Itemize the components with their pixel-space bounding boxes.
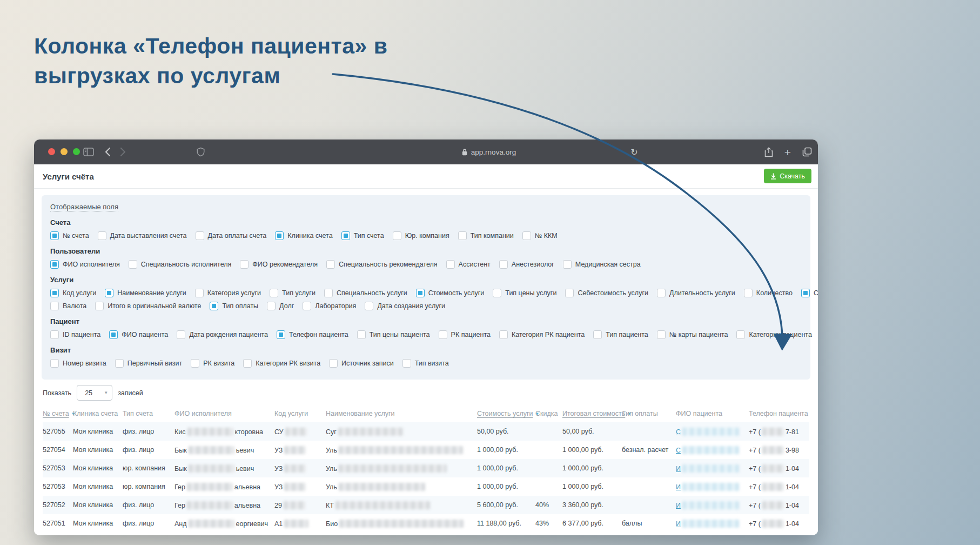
sidebar-toggle-icon[interactable]	[82, 139, 95, 164]
column-header[interactable]: № счета▼	[43, 410, 73, 417]
checkbox-icon[interactable]	[240, 260, 249, 269]
field-checkbox-item[interactable]: Специальность рекомендателя	[326, 260, 438, 269]
checkbox-icon[interactable]	[50, 302, 59, 310]
tab-overview-icon[interactable]	[802, 147, 812, 157]
field-checkbox-item[interactable]: ID пациента	[50, 330, 100, 339]
field-checkbox-item[interactable]: ФИО исполнителя	[50, 260, 120, 269]
field-checkbox-item[interactable]: Тип оплаты	[210, 302, 258, 310]
column-header-label[interactable]: Стоимость услуги	[477, 410, 533, 417]
field-checkbox-item[interactable]: Категории пациента	[736, 330, 811, 339]
checkbox-icon[interactable]	[98, 231, 106, 240]
address-bar[interactable]: app.rnova.org	[440, 139, 538, 164]
checkbox-icon[interactable]	[177, 330, 185, 339]
field-checkbox-item[interactable]: Специальность услуги	[324, 289, 407, 297]
checkbox-icon[interactable]	[129, 260, 137, 269]
patient-link[interactable]: И	[676, 520, 681, 528]
checkbox-icon[interactable]	[499, 330, 508, 339]
field-checkbox-item[interactable]: Итого в оригинальной валюте	[95, 302, 201, 310]
checkbox-icon[interactable]	[446, 260, 455, 269]
checkbox-icon[interactable]	[50, 231, 59, 240]
checkbox-icon[interactable]	[109, 330, 118, 339]
checkbox-icon[interactable]	[499, 260, 508, 269]
new-tab-icon[interactable]: +	[784, 147, 791, 158]
field-checkbox-item[interactable]: Стоимость услуги	[416, 289, 485, 297]
table-row[interactable]: 527054Моя клиникафиз. лицоБыкьевичУЗУль1…	[43, 441, 809, 459]
field-checkbox-item[interactable]: Тип пациента	[593, 330, 648, 339]
checkbox-icon[interactable]	[593, 330, 602, 339]
table-row[interactable]: 527052Моя клиникафиз. лицоГеральевна29КТ…	[43, 496, 809, 514]
checkbox-icon[interactable]	[458, 231, 467, 240]
privacy-shield-icon[interactable]	[194, 139, 207, 164]
field-checkbox-item[interactable]: Длительность услуги	[657, 289, 735, 297]
checkbox-icon[interactable]	[657, 330, 666, 339]
field-checkbox-item[interactable]: № ККМ	[522, 231, 558, 240]
field-checkbox-item[interactable]: Источник записи	[329, 359, 394, 368]
checkbox-icon[interactable]	[439, 330, 447, 339]
checkbox-icon[interactable]	[277, 330, 285, 339]
field-checkbox-item[interactable]: Медицинская сестра	[563, 260, 641, 269]
field-checkbox-item[interactable]: Тип компании	[458, 231, 514, 240]
checkbox-icon[interactable]	[50, 260, 59, 269]
close-window-button[interactable]	[48, 148, 55, 155]
checkbox-icon[interactable]	[210, 302, 218, 310]
checkbox-icon[interactable]	[115, 359, 124, 368]
field-checkbox-item[interactable]: № карты пациента	[657, 330, 728, 339]
checkbox-icon[interactable]	[393, 231, 401, 240]
field-checkbox-item[interactable]: Количество	[744, 289, 793, 297]
field-checkbox-item[interactable]: Категория РК пациента	[499, 330, 585, 339]
field-checkbox-item[interactable]: Тип визита	[402, 359, 449, 368]
field-checkbox-item[interactable]: № счета	[50, 231, 89, 240]
checkbox-icon[interactable]	[326, 260, 335, 269]
checkbox-icon[interactable]	[365, 302, 373, 310]
field-checkbox-item[interactable]: Специальность исполнителя	[129, 260, 232, 269]
checkbox-icon[interactable]	[744, 289, 753, 297]
field-checkbox-item[interactable]: РК пациента	[439, 330, 491, 339]
field-checkbox-item[interactable]: Лаборатория	[303, 302, 356, 310]
field-checkbox-item[interactable]: Категория РК визита	[243, 359, 320, 368]
field-checkbox-item[interactable]: Скидка	[801, 289, 818, 297]
table-row[interactable]: 527053Моя клиникаюр. компанияБыкьевичУЗУ…	[43, 459, 809, 477]
field-checkbox-item[interactable]: Номер визита	[50, 359, 106, 368]
field-checkbox-item[interactable]: Дата выставления счета	[98, 231, 187, 240]
checkbox-icon[interactable]	[95, 302, 104, 310]
table-row[interactable]: 527053Моя клиникаюр. компанияГеральевнаУ…	[43, 477, 809, 496]
field-checkbox-item[interactable]: Телефон пациента	[277, 330, 348, 339]
checkbox-icon[interactable]	[736, 330, 745, 339]
patient-link[interactable]: С	[676, 428, 681, 436]
field-checkbox-item[interactable]: ФИО рекомендателя	[240, 260, 318, 269]
column-header[interactable]: Итоговая стоимость▼	[562, 410, 622, 417]
field-checkbox-item[interactable]: Юр. компания	[393, 231, 449, 240]
table-row[interactable]: 527051Моя клиникафиз. лицоАндеоргиевичА1…	[43, 514, 809, 533]
field-checkbox-item[interactable]: РК визита	[191, 359, 234, 368]
checkbox-icon[interactable]	[357, 330, 366, 339]
patient-link[interactable]: И	[676, 465, 681, 473]
checkbox-icon[interactable]	[565, 289, 574, 297]
column-header[interactable]: Стоимость услуги▼	[477, 410, 535, 417]
minimize-window-button[interactable]	[61, 148, 68, 155]
patient-link[interactable]: И	[676, 502, 681, 509]
field-checkbox-item[interactable]: Ассистент	[446, 260, 491, 269]
checkbox-icon[interactable]	[303, 302, 311, 310]
field-checkbox-item[interactable]: Код услуги	[50, 289, 96, 297]
field-checkbox-item[interactable]: Категория услуги	[195, 289, 261, 297]
field-checkbox-item[interactable]: Клиника счета	[275, 231, 332, 240]
checkbox-icon[interactable]	[105, 289, 113, 297]
patient-link[interactable]: С	[676, 447, 681, 454]
checkbox-icon[interactable]	[191, 359, 199, 368]
page-size-select[interactable]: 25 ▼	[77, 385, 112, 401]
checkbox-icon[interactable]	[50, 359, 59, 368]
field-checkbox-item[interactable]: Тип цены услуги	[493, 289, 556, 297]
field-checkbox-item[interactable]: Дата создания услуги	[365, 302, 445, 310]
zoom-window-button[interactable]	[73, 148, 80, 155]
checkbox-icon[interactable]	[416, 289, 425, 297]
field-checkbox-item[interactable]: Тип цены пациента	[357, 330, 430, 339]
patient-link[interactable]: И	[676, 483, 681, 491]
checkbox-icon[interactable]	[402, 359, 411, 368]
checkbox-icon[interactable]	[270, 289, 278, 297]
back-button[interactable]	[101, 139, 114, 164]
reload-icon[interactable]: ↻	[628, 139, 640, 164]
checkbox-icon[interactable]	[50, 330, 59, 339]
checkbox-icon[interactable]	[801, 289, 810, 297]
field-checkbox-item[interactable]: Валюта	[50, 302, 86, 310]
column-header-label[interactable]: Итоговая стоимость	[562, 410, 625, 417]
